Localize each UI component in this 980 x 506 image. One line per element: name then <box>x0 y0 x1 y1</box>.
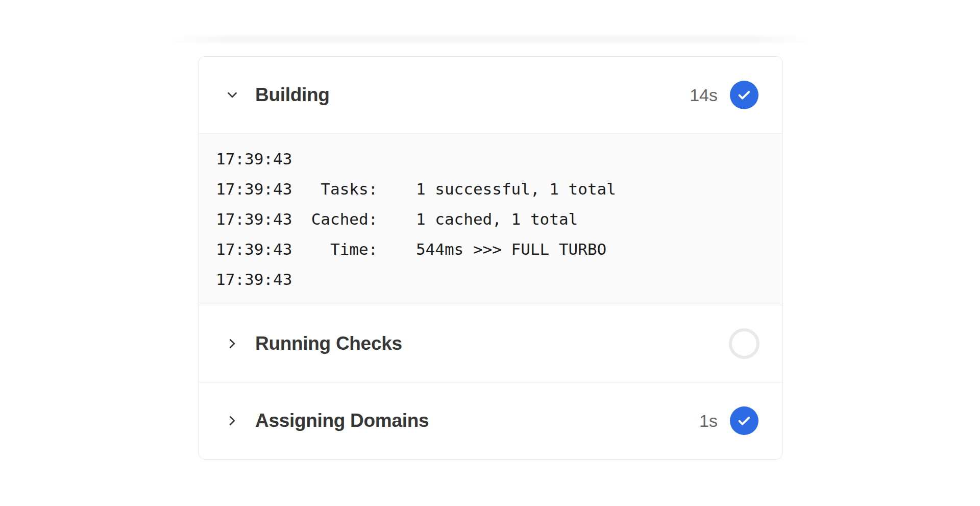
section-header-assigning-domains[interactable]: Assigning Domains 1s <box>199 382 782 459</box>
chevron-right-icon <box>225 336 240 351</box>
status-slot <box>729 405 760 436</box>
status-slot <box>729 328 760 359</box>
pending-circle-icon <box>729 328 760 359</box>
log-line: 17:39:43 Tasks: 1 successful, 1 total <box>216 174 762 204</box>
section-header-running-checks[interactable]: Running Checks <box>199 305 782 382</box>
section-title-building: Building <box>255 84 330 106</box>
section-duration-building: 14s <box>690 85 718 105</box>
section-header-building[interactable]: Building 14s <box>199 57 782 133</box>
success-check-icon <box>730 406 758 435</box>
log-line: 17:39:43 <box>216 144 762 174</box>
build-log-panel[interactable]: 17:39:43 17:39:43 Tasks: 1 successful, 1… <box>199 133 782 305</box>
log-line: 17:39:43 Cached: 1 cached, 1 total <box>216 204 762 234</box>
chevron-right-icon <box>225 413 240 428</box>
log-line: 17:39:43 <box>216 264 762 295</box>
section-title-assigning-domains: Assigning Domains <box>255 410 429 431</box>
success-check-icon <box>730 81 758 109</box>
status-slot <box>729 80 760 110</box>
chevron-down-icon <box>225 87 240 103</box>
deployment-steps-card: Building 14s 17:39:43 17:39:43 Tasks: 1 … <box>199 56 782 460</box>
log-line: 17:39:43 Time: 544ms >>> FULL TURBO <box>216 234 762 264</box>
section-duration-assigning-domains: 1s <box>699 411 718 431</box>
section-title-running-checks: Running Checks <box>255 333 402 354</box>
deployment-status-page: Building 14s 17:39:43 17:39:43 Tasks: 1 … <box>0 0 980 506</box>
top-divider-shadow <box>167 36 813 43</box>
